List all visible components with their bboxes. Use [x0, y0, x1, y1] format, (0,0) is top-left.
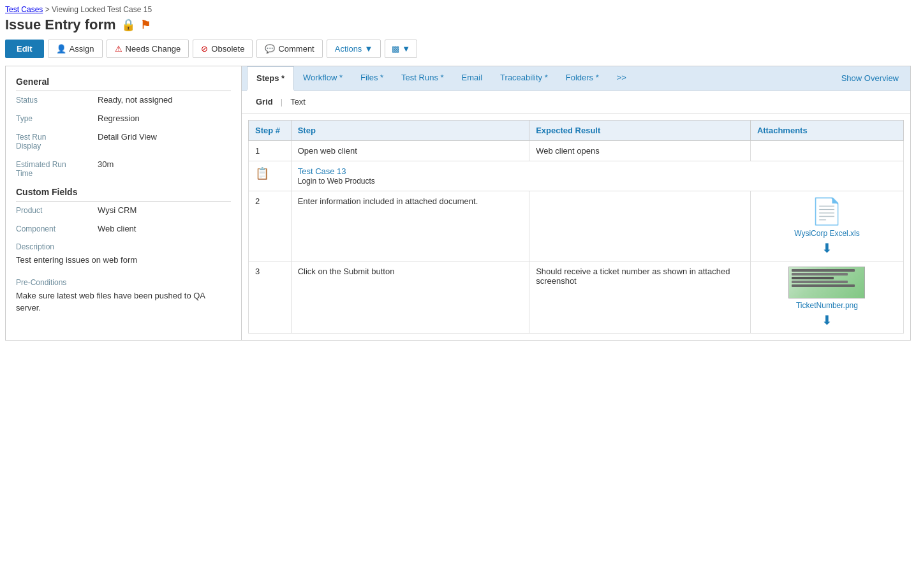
nested-test-case-sub: Login to Web Products: [298, 177, 375, 186]
page-title: Issue Entry form: [5, 17, 116, 33]
chart-icon: ▩: [392, 44, 399, 54]
needs-change-button[interactable]: ⚠ Needs Change: [107, 40, 189, 58]
screenshot-line-5: [792, 284, 855, 287]
actions-label: Actions: [335, 44, 362, 54]
preconditions-value: Make sure latest web files have been pus…: [16, 290, 231, 314]
edit-button[interactable]: Edit: [5, 40, 44, 58]
page-title-row: Issue Entry form 🔒 ⚑: [5, 17, 911, 33]
obsolete-button[interactable]: ⊘ Obsolete: [193, 40, 253, 58]
custom-fields-section: Custom Fields Product Wysi CRM Component…: [16, 187, 231, 233]
show-overview-link[interactable]: Show Overview: [835, 67, 905, 89]
tab-folders[interactable]: Folders *: [557, 66, 608, 90]
tab-test-runs[interactable]: Test Runs *: [392, 66, 452, 90]
product-field: Product Wysi CRM: [16, 205, 231, 215]
sub-tab-text[interactable]: Text: [284, 94, 312, 109]
breadcrumb-separator: >: [45, 5, 50, 14]
nested-icon-cell: 📋: [249, 161, 292, 191]
comment-icon: 💬: [265, 44, 275, 54]
step-description: Enter information included in attached d…: [291, 191, 529, 261]
step-description: Open web client: [291, 141, 529, 161]
tab-traceability[interactable]: Traceability *: [491, 66, 557, 90]
preconditions-section: Pre-Conditions Make sure latest web file…: [16, 278, 231, 314]
preconditions-label: Pre-Conditions: [16, 278, 231, 287]
toolbar: Edit 👤 Assign ⚠ Needs Change ⊘ Obsolete …: [5, 40, 911, 58]
attachment-filename[interactable]: TicketNumber.png: [796, 301, 858, 310]
download-icon[interactable]: ⬇: [822, 240, 832, 256]
tab-email[interactable]: Email: [453, 66, 492, 90]
document-icon: 📄: [811, 196, 843, 226]
needschange-icon: ⚠: [115, 44, 122, 54]
product-label: Product: [16, 205, 92, 215]
assign-button[interactable]: 👤 Assign: [48, 40, 103, 58]
breadcrumb: Test Cases > Viewing Locked Test Case 15: [5, 5, 911, 14]
component-field: Component Web client: [16, 224, 231, 233]
description-value: Test entering issues on web form: [16, 254, 231, 267]
step-number: 2: [249, 191, 292, 261]
table-row: 2 Enter information included in attached…: [249, 191, 904, 261]
expected-result: Should receive a ticket number as shown …: [529, 261, 751, 334]
component-value: Web client: [98, 224, 136, 233]
sub-tab-grid[interactable]: Grid: [249, 94, 279, 109]
attachment-content: TicketNumber.png ⬇: [757, 267, 897, 328]
estimated-run-time-field: Estimated RunTime 30m: [16, 159, 231, 178]
assign-label: Assign: [70, 44, 94, 54]
screenshot-line-4: [792, 281, 848, 283]
steps-table: Step # Step Expected Result Attachments …: [248, 120, 904, 334]
type-label: Type: [16, 114, 92, 123]
step-number: 3: [249, 261, 292, 334]
tab-more[interactable]: >>: [608, 66, 635, 90]
status-value: Ready, not assigned: [98, 95, 173, 105]
download-icon[interactable]: ⬇: [822, 312, 832, 328]
table-row: 3 Click on the Submit button Should rece…: [249, 261, 904, 334]
chart-chevron-icon: ▼: [402, 44, 410, 54]
attachment-cell: 📄 WysiCorp Excel.xls ⬇: [750, 191, 903, 261]
breadcrumb-current: Viewing Locked Test Case 15: [52, 5, 152, 14]
assign-icon: 👤: [56, 44, 66, 54]
needs-change-label: Needs Change: [126, 44, 181, 54]
col-header-step: Step: [291, 121, 529, 141]
left-panel: General Status Ready, not assigned Type …: [6, 66, 242, 340]
status-field: Status Ready, not assigned: [16, 95, 231, 105]
col-header-attachments: Attachments: [750, 121, 903, 141]
attachment-content: 📄 WysiCorp Excel.xls ⬇: [757, 196, 897, 256]
nested-test-case-link[interactable]: Test Case 13: [298, 166, 346, 176]
obsolete-label: Obsolete: [211, 44, 244, 54]
obsolete-icon: ⊘: [201, 44, 208, 54]
expected-result: Web client opens: [529, 141, 751, 161]
chart-button[interactable]: ▩ ▼: [385, 40, 417, 58]
general-section-title: General: [16, 77, 231, 91]
tab-workflow[interactable]: Workflow *: [294, 66, 351, 90]
tabs-bar: Steps * Workflow * Files * Test Runs * E…: [242, 66, 910, 91]
screenshot-thumbnail: [788, 267, 865, 298]
actions-chevron-icon: ▼: [364, 44, 373, 54]
test-run-display-value: Detail Grid View: [98, 132, 157, 151]
actions-button[interactable]: Actions ▼: [327, 40, 381, 58]
test-run-display-label: Test RunDisplay: [16, 132, 92, 151]
lock-icon: 🔒: [121, 18, 135, 32]
custom-fields-title: Custom Fields: [16, 187, 231, 202]
expected-result: [529, 191, 751, 261]
product-value: Wysi CRM: [98, 205, 137, 215]
flag-icon: ⚑: [140, 18, 151, 32]
attachment-filename[interactable]: WysiCorp Excel.xls: [794, 229, 860, 238]
col-header-step-num: Step #: [249, 121, 292, 141]
sub-tabs: Grid | Text: [242, 91, 910, 114]
step-description: Click on the Submit button: [291, 261, 529, 334]
attachment-cell: [750, 141, 903, 161]
tab-files[interactable]: Files *: [351, 66, 392, 90]
tab-steps[interactable]: Steps *: [247, 66, 294, 91]
description-section: Description Test entering issues on web …: [16, 242, 231, 267]
attachment-cell: TicketNumber.png ⬇: [750, 261, 903, 334]
sub-tab-separator: |: [281, 97, 283, 107]
breadcrumb-link[interactable]: Test Cases: [5, 5, 43, 14]
comment-label: Comment: [278, 44, 314, 54]
component-label: Component: [16, 224, 92, 233]
comment-button[interactable]: 💬 Comment: [256, 40, 322, 58]
screenshot-line-1: [792, 269, 855, 272]
steps-container: Step # Step Expected Result Attachments …: [242, 114, 910, 340]
screenshot-line-3: [792, 277, 834, 279]
type-value: Regression: [98, 114, 140, 123]
nested-test-case-row: 📋 Test Case 13 Login to Web Products: [249, 161, 904, 191]
right-panel: Steps * Workflow * Files * Test Runs * E…: [242, 66, 910, 340]
main-layout: General Status Ready, not assigned Type …: [5, 66, 911, 341]
